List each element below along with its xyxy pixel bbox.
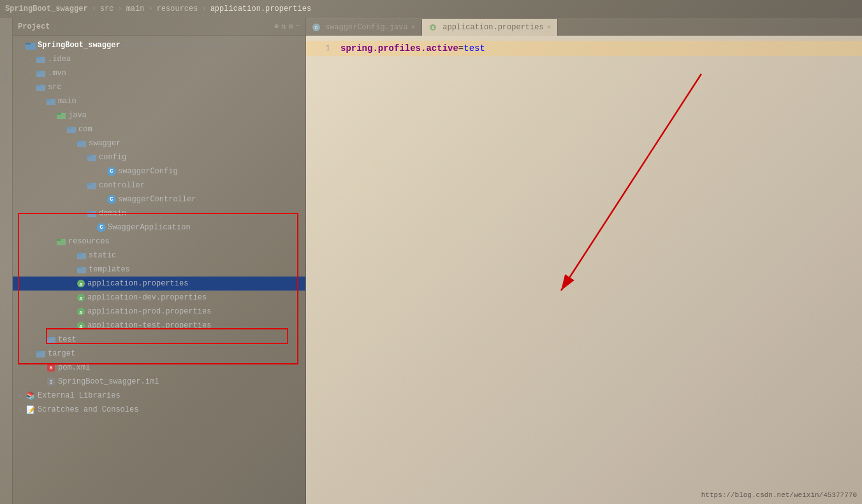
tree-scratches[interactable]: 📝 Scratches and Consoles: [13, 403, 305, 417]
templates-arrow: [66, 264, 77, 275]
java-label: java: [68, 111, 87, 120]
config-label: config: [99, 153, 126, 162]
extlibs-label: External Libraries: [38, 391, 121, 400]
svg-rect-37: [47, 337, 51, 339]
svg-rect-19: [87, 183, 92, 185]
tree-app-dev-props[interactable]: A application-dev.properties: [13, 291, 305, 305]
tree-swaggerapp[interactable]: C SwaggerApplication: [13, 220, 305, 234]
tree-resources[interactable]: resources: [13, 234, 305, 248]
pom-arrow: [36, 363, 46, 373]
svg-rect-21: [87, 211, 92, 213]
test-arrow: [36, 335, 46, 345]
svg-rect-5: [36, 71, 41, 73]
svg-text:A: A: [80, 296, 83, 301]
swaggerapp-label: SwaggerApplication: [108, 223, 191, 232]
src-folder-icon: [36, 82, 46, 92]
controller-arrow: [77, 180, 87, 191]
tree-config[interactable]: config: [13, 150, 305, 164]
app-dev-props-icon: A: [77, 293, 85, 302]
swaggerconfig-label: swaggerConfig: [118, 167, 178, 176]
swaggerapp-arrow: [87, 222, 97, 233]
java-folder-icon: [56, 110, 66, 120]
svg-rect-17: [87, 155, 92, 157]
test-label: test: [58, 335, 77, 344]
mvn-folder-icon: [36, 68, 46, 78]
swaggercontroller-arrow: [97, 194, 107, 205]
svg-text:M: M: [50, 366, 52, 371]
tree-com[interactable]: com: [13, 122, 305, 136]
svg-rect-15: [77, 141, 82, 143]
tree-swagger[interactable]: swagger: [13, 136, 305, 150]
tree-app-prod-props[interactable]: A application-prod.properties: [13, 305, 305, 319]
tree-pomxml[interactable]: M pom.xml: [13, 361, 305, 375]
root-label: SpringBoot_swagger: [38, 41, 121, 50]
resources-folder-icon: [56, 236, 66, 247]
swaggerapp-class-icon: C: [97, 223, 106, 232]
pom-label: pom.xml: [58, 363, 90, 372]
static-folder-icon: [77, 250, 87, 261]
scratches-arrow: [15, 405, 26, 415]
tree-root[interactable]: SpringBoot_swagger D:\IntelliJ IDEA 2019…: [13, 38, 305, 52]
templates-label: templates: [89, 265, 130, 274]
app-prod-arrow: [66, 306, 77, 317]
controller-label: controller: [99, 181, 145, 190]
resources-arrow: [46, 236, 56, 247]
main-arrow: [36, 96, 46, 106]
app-props-arrow: [66, 278, 77, 289]
tree-app-test-props[interactable]: A application-test.properties: [13, 319, 305, 333]
svg-rect-13: [67, 127, 71, 129]
scratches-label: Scratches and Consoles: [38, 405, 138, 414]
swagger-label: swagger: [89, 139, 121, 148]
svg-rect-23: [57, 239, 61, 241]
svg-rect-9: [47, 99, 51, 101]
main-container: SpringBoot_swagger › src › main › resour…: [0, 0, 862, 504]
svg-rect-27: [77, 267, 82, 269]
tree-app-props[interactable]: A application.properties: [13, 277, 305, 291]
extlibs-icon: 📚: [26, 391, 36, 401]
scratches-icon: 📝: [26, 405, 36, 415]
tree-templates[interactable]: templates: [13, 263, 305, 277]
tree-target[interactable]: target: [13, 347, 305, 361]
pom-icon: M: [46, 363, 56, 373]
tree-extlibs[interactable]: 📚 External Libraries: [13, 389, 305, 403]
templates-folder-icon: [77, 264, 87, 275]
swagger-folder-icon: [77, 138, 87, 148]
code-line-1: 1 spring.profiles.active=test: [306, 41, 862, 56]
tree-idea[interactable]: .idea: [13, 52, 305, 66]
svg-rect-1: [26, 43, 31, 45]
tree-swaggercontroller[interactable]: C swaggerController: [13, 192, 305, 206]
app-test-arrow: [66, 320, 77, 331]
tree-test[interactable]: test: [13, 333, 305, 347]
src-arrow: [26, 82, 36, 92]
tree-java[interactable]: java: [13, 108, 305, 122]
swagger-arrow: [66, 138, 77, 148]
annotation-arrow: [497, 48, 752, 367]
main-label: main: [58, 97, 77, 106]
target-folder-icon: [36, 349, 46, 359]
tree-main[interactable]: main: [13, 94, 305, 108]
tree-iml[interactable]: I SpringBoot_swagger.iml: [13, 375, 305, 389]
src-label: src: [48, 83, 62, 92]
java-arrow: [46, 110, 56, 120]
static-label: static: [89, 251, 116, 260]
config-arrow: [77, 152, 87, 162]
watermark: https://blog.csdn.net/weixin/45377770: [701, 491, 857, 499]
side-tab-structure[interactable]: Structure: [1, 18, 11, 62]
tree-domain[interactable]: domain: [13, 206, 305, 220]
tree-src[interactable]: src: [13, 80, 305, 94]
tree-mvn[interactable]: .mvn: [13, 66, 305, 80]
project-tree: SpringBoot_swagger D:\IntelliJ IDEA 2019…: [13, 36, 305, 504]
tree-controller[interactable]: controller: [13, 178, 305, 192]
tree-static[interactable]: static: [13, 248, 305, 263]
domain-arrow: [77, 208, 87, 219]
app-prod-props-icon: A: [77, 307, 85, 316]
sidebar: Project ⊕ ⇅ ⚙ −: [13, 18, 306, 504]
tree-swaggerconfig[interactable]: C swaggerConfig: [13, 164, 305, 178]
app-props-label: application.properties: [87, 279, 188, 288]
svg-line-47: [561, 74, 701, 291]
code-value-test: test: [464, 43, 485, 54]
swaggerconfig-class-icon: C: [107, 167, 116, 176]
config-folder-icon: [87, 152, 97, 162]
line-number-1: 1: [311, 44, 330, 53]
side-tab-repo[interactable]: Repo: [1, 62, 11, 88]
